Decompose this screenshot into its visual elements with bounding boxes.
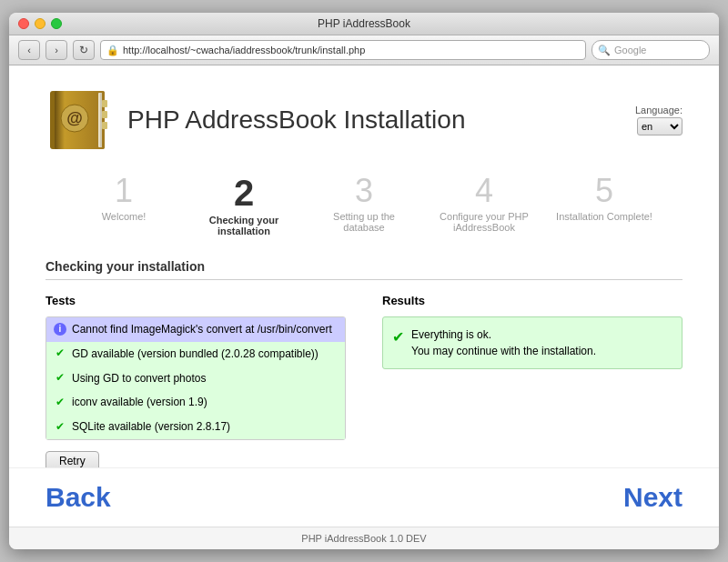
step-1-number: 1 xyxy=(115,175,133,207)
close-button[interactable] xyxy=(18,18,29,29)
step-2: 2 Checking yourinstallation xyxy=(184,175,304,236)
book-icon: @ xyxy=(46,84,109,156)
back-nav-button[interactable]: ‹ xyxy=(18,40,40,60)
ok-icon-4: ✔ xyxy=(54,420,66,433)
language-selector: Language: en de fr xyxy=(635,105,682,135)
window-title: PHP iAddressBook xyxy=(318,17,410,30)
svg-rect-8 xyxy=(102,122,107,129)
bottom-nav: Back Next xyxy=(9,467,719,527)
test-item-iconv: ✔ iconv available (version 1.9) xyxy=(46,390,345,415)
test-warning-text: Cannot find ImageMagick's convert at /us… xyxy=(72,322,332,337)
result-ok-icon: ✔ xyxy=(392,326,404,348)
content-columns: Tests i Cannot find ImageMagick's conver… xyxy=(46,294,682,467)
info-icon: i xyxy=(54,323,66,336)
title-bar: PHP iAddressBook xyxy=(9,13,719,35)
language-select[interactable]: en de fr xyxy=(637,117,682,135)
test-item-sqlite: ✔ SQLite available (version 2.8.17) xyxy=(46,415,345,439)
header-left: @ PHP AddressBook Installation xyxy=(46,84,465,156)
result-line-2: You may continue with the installation. xyxy=(411,345,596,357)
test-item-warning: i Cannot find ImageMagick's convert at /… xyxy=(46,317,345,342)
test-item-gd: ✔ GD available (version bundled (2.0.28 … xyxy=(46,342,345,366)
ok-icon-1: ✔ xyxy=(54,347,66,360)
language-label: Language: xyxy=(635,105,682,115)
search-placeholder: Google xyxy=(614,45,646,55)
footer-text: PHP iAddressBook 1.0 DEV xyxy=(301,533,426,544)
step-5-label: Installation Complete! xyxy=(556,211,652,222)
ok-icon-3: ✔ xyxy=(54,396,66,408)
test-sqlite-text: SQLite available (version 2.8.17) xyxy=(72,419,230,435)
results-column: Results ✔ Everything is ok. You may cont… xyxy=(382,294,682,467)
refresh-button[interactable]: ↻ xyxy=(73,40,95,60)
svg-rect-3 xyxy=(100,93,102,147)
test-iconv-text: iconv available (version 1.9) xyxy=(72,395,207,410)
traffic-lights xyxy=(18,18,62,29)
step-3-number: 3 xyxy=(355,175,373,207)
step-3: 3 Setting up thedatabase xyxy=(304,175,424,233)
minimize-button[interactable] xyxy=(35,18,46,29)
svg-rect-7 xyxy=(102,111,107,118)
results-header: Results xyxy=(382,294,682,307)
result-text: Everything is ok. You may continue with … xyxy=(411,326,596,359)
test-gd-text: GD available (version bundled (2.0.28 co… xyxy=(72,346,318,362)
search-bar[interactable]: 🔍 Google xyxy=(592,40,710,60)
ok-icon-2: ✔ xyxy=(54,372,66,385)
url-text: http://localhost/~cwacha/iaddressbook/tr… xyxy=(123,45,580,55)
page-content: @ PHP AddressBook Installation Language:… xyxy=(9,65,719,467)
footer: PHP iAddressBook 1.0 DEV xyxy=(9,527,719,549)
step-4-label: Configure your PHPiAddressBook xyxy=(440,211,529,233)
page-title: PHP AddressBook Installation xyxy=(127,105,465,135)
browser-window: PHP iAddressBook ‹ › ↻ 🔒 http://localhos… xyxy=(9,13,719,549)
toolbar: ‹ › ↻ 🔒 http://localhost/~cwacha/iaddres… xyxy=(9,35,719,65)
security-icon: 🔒 xyxy=(106,45,119,56)
step-5: 5 Installation Complete! xyxy=(544,175,664,222)
step-1: 1 Welcome! xyxy=(64,175,184,222)
page-header: @ PHP AddressBook Installation Language:… xyxy=(46,84,682,156)
step-4-number: 4 xyxy=(475,175,493,207)
test-item-gd-convert: ✔ Using GD to convert photos xyxy=(46,366,345,391)
step-2-label: Checking yourinstallation xyxy=(209,215,278,236)
back-link[interactable]: Back xyxy=(46,482,111,513)
steps-bar: 1 Welcome! 2 Checking yourinstallation 3… xyxy=(46,175,682,236)
retry-button[interactable]: Retry xyxy=(46,451,99,467)
svg-rect-6 xyxy=(102,100,107,107)
maximize-button[interactable] xyxy=(51,18,62,29)
address-bar[interactable]: 🔒 http://localhost/~cwacha/iaddressbook/… xyxy=(100,40,586,60)
section-title: Checking your installation xyxy=(46,259,682,280)
forward-nav-button[interactable]: › xyxy=(46,40,67,60)
step-5-number: 5 xyxy=(595,175,613,207)
tests-header: Tests xyxy=(46,294,346,307)
test-gd-convert-text: Using GD to convert photos xyxy=(72,371,206,386)
search-icon: 🔍 xyxy=(598,45,611,56)
step-1-label: Welcome! xyxy=(102,211,147,222)
next-link[interactable]: Next xyxy=(623,482,682,513)
step-4: 4 Configure your PHPiAddressBook xyxy=(424,175,544,233)
result-box: ✔ Everything is ok. You may continue wit… xyxy=(382,316,682,369)
tests-list: i Cannot find ImageMagick's convert at /… xyxy=(46,316,346,440)
step-2-number: 2 xyxy=(234,175,254,211)
svg-text:@: @ xyxy=(66,109,83,127)
result-line-1: Everything is ok. xyxy=(411,328,491,341)
tests-column: Tests i Cannot find ImageMagick's conver… xyxy=(46,294,346,467)
step-3-label: Setting up thedatabase xyxy=(333,211,395,233)
